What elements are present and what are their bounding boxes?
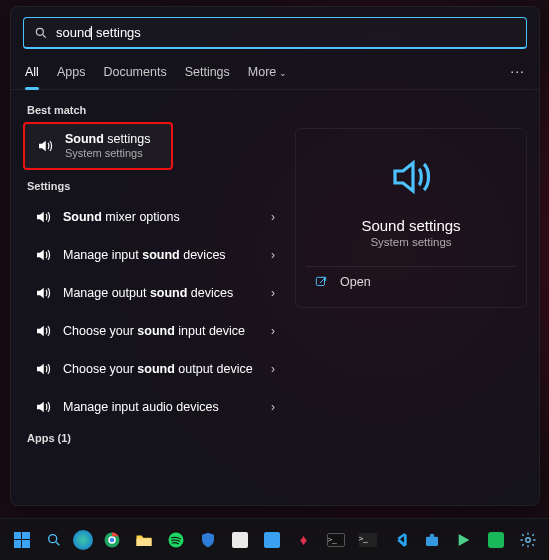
filter-tabs: All Apps Documents Settings More⌄ ··· xyxy=(11,55,539,90)
play-icon[interactable] xyxy=(451,527,477,553)
winterminal-icon[interactable]: >_ xyxy=(355,527,381,553)
app-icon-2[interactable] xyxy=(259,527,285,553)
preview-title: Sound settings xyxy=(306,217,516,234)
chevron-right-icon: › xyxy=(271,362,277,376)
app-icon-3[interactable]: ♦ xyxy=(291,527,317,553)
svg-point-12 xyxy=(525,537,530,542)
open-action[interactable]: Open xyxy=(306,266,516,297)
svg-rect-11 xyxy=(430,534,434,537)
settings-icon[interactable] xyxy=(515,527,541,553)
security-icon[interactable] xyxy=(195,527,221,553)
tab-settings[interactable]: Settings xyxy=(185,59,230,89)
svg-rect-10 xyxy=(426,536,438,545)
chevron-down-icon: ⌄ xyxy=(279,68,287,78)
store-icon[interactable] xyxy=(419,527,445,553)
sound-icon xyxy=(31,360,55,378)
group-settings: Settings xyxy=(27,180,285,192)
settings-result-3[interactable]: Choose your sound input device› xyxy=(23,312,285,350)
file-explorer-icon[interactable] xyxy=(131,527,157,553)
chevron-right-icon: › xyxy=(271,324,277,338)
sound-icon-large xyxy=(306,153,516,205)
search-taskbar-icon[interactable] xyxy=(41,527,67,553)
tab-all[interactable]: All xyxy=(25,59,39,89)
svg-point-3 xyxy=(48,534,56,542)
settings-result-1[interactable]: Manage input sound devices› xyxy=(23,236,285,274)
settings-result-4[interactable]: Choose your sound output device› xyxy=(23,350,285,388)
app-icon-1[interactable] xyxy=(227,527,253,553)
taskbar: ♦ >_ >_ xyxy=(0,518,549,560)
settings-result-2[interactable]: Manage output sound devices› xyxy=(23,274,285,312)
sound-icon xyxy=(31,322,55,340)
tab-apps[interactable]: Apps xyxy=(57,59,86,89)
chevron-right-icon: › xyxy=(271,400,277,414)
tab-more[interactable]: More⌄ xyxy=(248,59,287,89)
start-button[interactable] xyxy=(9,527,35,553)
sound-icon xyxy=(31,284,55,302)
sound-icon xyxy=(33,137,57,155)
vscode-icon[interactable] xyxy=(387,527,413,553)
svg-rect-2 xyxy=(316,277,324,285)
svg-rect-8 xyxy=(136,538,151,546)
chevron-right-icon: › xyxy=(271,210,277,224)
search-text: sound settings xyxy=(56,25,141,41)
search-icon xyxy=(34,26,48,40)
sound-icon xyxy=(31,398,55,416)
spotify-icon[interactable] xyxy=(163,527,189,553)
search-box[interactable]: sound settings xyxy=(23,17,527,49)
svg-point-0 xyxy=(36,28,43,35)
chevron-right-icon: › xyxy=(271,286,277,300)
svg-line-1 xyxy=(43,34,46,37)
settings-result-5[interactable]: Manage input audio devices› xyxy=(23,388,285,426)
svg-line-4 xyxy=(56,542,59,545)
preview-card: Sound settings System settings Open xyxy=(295,128,527,308)
results-list: Best match Sound settings System setting… xyxy=(11,90,289,450)
open-icon xyxy=(314,275,328,289)
xbox-icon[interactable] xyxy=(483,527,509,553)
result-sound-settings[interactable]: Sound settings System settings xyxy=(23,122,173,170)
settings-result-0[interactable]: Sound mixer options› xyxy=(23,198,285,236)
terminal-icon[interactable]: >_ xyxy=(323,527,349,553)
group-apps: Apps (1) xyxy=(27,432,285,444)
tab-documents[interactable]: Documents xyxy=(103,59,166,89)
start-search-panel: sound settings All Apps Documents Settin… xyxy=(10,6,540,506)
sound-icon xyxy=(31,246,55,264)
more-options-button[interactable]: ··· xyxy=(510,63,525,79)
group-best-match: Best match xyxy=(27,104,285,116)
edge-icon[interactable] xyxy=(73,530,93,550)
sound-icon xyxy=(31,208,55,226)
chevron-right-icon: › xyxy=(271,248,277,262)
preview-subtitle: System settings xyxy=(306,236,516,248)
chrome-icon[interactable] xyxy=(99,527,125,553)
